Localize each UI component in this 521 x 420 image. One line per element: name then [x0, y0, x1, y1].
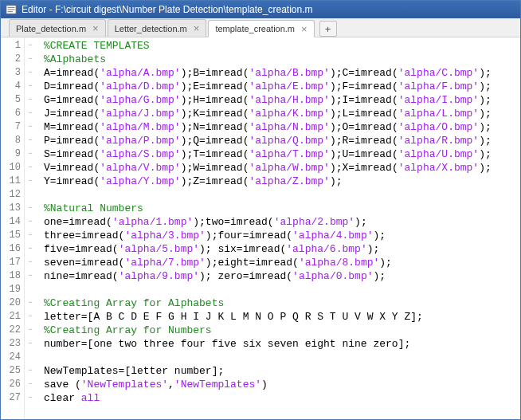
fold-marker: − — [25, 202, 36, 215]
close-icon[interactable]: × — [194, 23, 200, 33]
token-string: 'alpha/V.bmp' — [100, 162, 180, 174]
token-text: number=[one two three four five six seve… — [44, 338, 410, 350]
token-text: ); — [373, 230, 386, 241]
token-text: save ( — [44, 379, 81, 391]
token-text: );X=imread( — [330, 162, 398, 174]
token-text: seven=imread( — [44, 257, 124, 269]
token-string: 'alpha/3.bmp' — [124, 230, 205, 241]
token-text: S=imread( — [44, 148, 100, 160]
editor-icon — [6, 4, 17, 15]
token-string: 'alpha/X.bmp' — [398, 162, 479, 174]
token-text: );W=imread( — [181, 162, 249, 174]
code-line[interactable]: clear all — [44, 391, 520, 405]
code-line[interactable] — [44, 188, 520, 202]
token-text: );F=imread( — [330, 80, 398, 92]
token-text: M=imread( — [44, 121, 100, 133]
code-line[interactable]: %Creating Array for Alphabets — [44, 296, 520, 310]
code-line[interactable]: M=imread('alpha/M.bmp');N=imread('alpha/… — [44, 120, 520, 134]
fold-marker: − — [25, 391, 36, 405]
fold-marker: − — [25, 364, 36, 378]
line-number: 23 — [1, 337, 21, 351]
token-string: 'alpha/7.bmp' — [124, 257, 205, 269]
token-text: ); — [355, 216, 367, 228]
code-line[interactable]: one=imread('alpha/1.bmp');two=imread('al… — [44, 215, 520, 229]
token-text: );L=imread( — [330, 108, 398, 120]
token-string: all — [81, 392, 100, 404]
code-line[interactable]: %Creating Array for Numbers — [44, 324, 520, 337]
token-comment: %Creating Array for Numbers — [44, 324, 212, 336]
token-string: 'alpha/L.bmp' — [398, 108, 479, 120]
code-line[interactable]: seven=imread('alpha/7.bmp');eight=imread… — [44, 256, 520, 269]
fold-marker: − — [25, 242, 36, 256]
token-text: ); — [367, 243, 380, 255]
line-number: 22 — [1, 324, 21, 337]
token-text: ); — [379, 257, 392, 269]
editor-area[interactable]: 1234567891011121314151617181920212223242… — [1, 37, 520, 419]
token-text: clear — [44, 392, 81, 404]
code-line[interactable]: NewTemplates=[letter number]; — [44, 364, 520, 378]
code-line[interactable]: D=imread('alpha/D.bmp');E=imread('alpha/… — [44, 80, 520, 93]
close-icon[interactable]: × — [92, 23, 99, 33]
code-line[interactable]: P=imread('alpha/P.bmp');Q=imread('alpha/… — [44, 134, 520, 147]
token-string: 'alpha/U.bmp' — [398, 148, 479, 160]
window-titlebar: Editor - F:\circuit digest\Number Plate … — [1, 1, 520, 18]
line-number: 25 — [1, 364, 21, 378]
fold-marker: − — [25, 269, 36, 283]
fold-marker: − — [25, 296, 36, 310]
token-text: , — [168, 379, 174, 391]
close-icon[interactable]: × — [301, 24, 308, 34]
line-number: 10 — [1, 161, 21, 175]
line-number: 21 — [1, 310, 21, 324]
code-line[interactable]: %Alphabets — [44, 53, 520, 66]
fold-marker — [25, 188, 36, 202]
token-string: 'alpha/S.bmp' — [100, 148, 180, 160]
token-text: ); — [479, 108, 492, 120]
token-text: five=imread( — [44, 243, 119, 255]
code-line[interactable]: S=imread('alpha/S.bmp');T=imread('alpha/… — [44, 147, 520, 161]
token-string: 'alpha/T.bmp' — [249, 148, 329, 160]
token-text: );eight=imread( — [206, 257, 299, 269]
tab-template_creation-m[interactable]: template_creation.m× — [208, 20, 314, 37]
token-text: ); six=imread( — [199, 243, 286, 255]
code-line[interactable]: nine=imread('alpha/9.bmp'); zero=imread(… — [44, 269, 520, 283]
code-line[interactable]: %CREATE TEMPLATES — [44, 39, 520, 53]
line-number: 5 — [1, 93, 21, 107]
code-line[interactable]: three=imread('alpha/3.bmp');four=imread(… — [44, 229, 520, 242]
tab-bar: Plate_detection.m×Letter_detection.m×tem… — [1, 18, 520, 37]
token-text: );I=imread( — [330, 94, 398, 106]
code-line[interactable] — [44, 351, 520, 364]
token-string: 'alpha/O.bmp' — [398, 121, 479, 133]
code-line[interactable]: five=imread('alpha/5.bmp'); six=imread('… — [44, 242, 520, 256]
code-line[interactable] — [44, 283, 520, 296]
token-string: 'alpha/E.bmp' — [249, 80, 329, 92]
add-tab-button[interactable]: + — [319, 21, 337, 37]
line-number: 18 — [1, 269, 21, 283]
tab-letter_detection-m[interactable]: Letter_detection.m× — [108, 19, 207, 37]
token-string: 'NewTemplates' — [81, 379, 168, 391]
code-line[interactable]: save ('NewTemplates','NewTemplates') — [44, 378, 520, 391]
token-string: 'alpha/Q.bmp' — [249, 135, 329, 147]
code-line[interactable]: number=[one two three four five six seve… — [44, 337, 520, 351]
line-number: 17 — [1, 256, 21, 269]
code-line[interactable]: letter=[A B C D E F G H I J K L M N O P … — [44, 310, 520, 324]
line-number: 20 — [1, 296, 21, 310]
line-number: 7 — [1, 120, 21, 134]
line-number: 24 — [1, 351, 21, 364]
token-text: );Z=imread( — [181, 175, 249, 187]
code-line[interactable]: V=imread('alpha/V.bmp');W=imread('alpha/… — [44, 161, 520, 175]
code-line[interactable]: Y=imread('alpha/Y.bmp');Z=imread('alpha/… — [44, 175, 520, 188]
token-text: );two=imread( — [193, 216, 273, 228]
token-text: ); — [479, 94, 492, 106]
token-text: ); — [479, 121, 492, 133]
token-text: );U=imread( — [330, 148, 398, 160]
tab-label: Plate_detection.m — [16, 24, 86, 33]
token-text: );H=imread( — [181, 94, 249, 106]
tab-plate_detection-m[interactable]: Plate_detection.m× — [9, 19, 106, 37]
code-line[interactable]: G=imread('alpha/G.bmp');H=imread('alpha/… — [44, 93, 520, 107]
fold-marker: − — [25, 53, 36, 66]
code-line[interactable]: J=imread('alpha/J.bmp');K=imread('alpha/… — [44, 107, 520, 120]
code-line[interactable]: A=imread('alpha/A.bmp');B=imread('alpha/… — [44, 66, 520, 80]
code-area[interactable]: %CREATE TEMPLATES%AlphabetsA=imread('alp… — [36, 37, 520, 419]
code-line[interactable]: %Natural Numbers — [44, 202, 520, 215]
line-number: 9 — [1, 147, 21, 161]
